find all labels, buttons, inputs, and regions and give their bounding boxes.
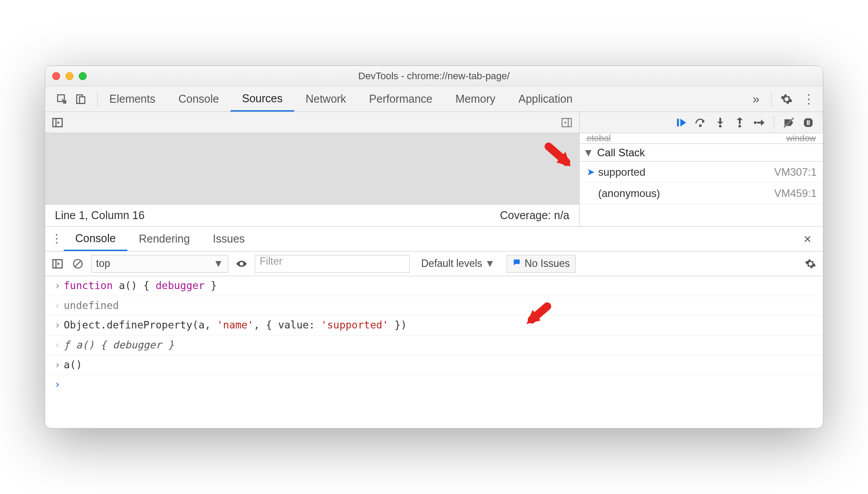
- inspect-element-icon[interactable]: [55, 92, 69, 106]
- svg-rect-11: [719, 118, 721, 122]
- console-code: a(): [64, 357, 82, 373]
- tab-elements[interactable]: Elements: [98, 86, 167, 112]
- current-frame-arrow-icon: ➤: [586, 166, 595, 178]
- console-code: function a() { debugger }: [64, 278, 217, 294]
- deactivate-breakpoints-icon[interactable]: [782, 116, 795, 129]
- source-status-bar: Line 1, Column 16 Coverage: n/a: [45, 204, 579, 226]
- tab-performance-label: Performance: [369, 93, 432, 105]
- drawer-kebab-icon[interactable]: ⋮: [50, 232, 64, 246]
- tab-console[interactable]: Console: [167, 86, 230, 112]
- frame-location: VM307:1: [774, 166, 817, 178]
- drawer-tab-strip: ⋮ Console Rendering Issues ×: [45, 227, 823, 251]
- debugger-sidebar: etobal window ▼ Call Stack ➤ supported V…: [580, 112, 823, 226]
- frame-name: (anonymous): [598, 187, 660, 200]
- console-prompt-row[interactable]: ›: [45, 375, 823, 428]
- console-row: ‹ undefined: [45, 296, 823, 316]
- svg-point-13: [738, 125, 741, 127]
- tab-elements-label: Elements: [109, 93, 155, 105]
- drawer-close-icon[interactable]: ×: [796, 232, 818, 247]
- log-levels-select[interactable]: Default levels ▼: [416, 258, 500, 270]
- tab-application-label: Application: [518, 93, 572, 105]
- input-caret-icon: ›: [51, 357, 64, 373]
- device-toggle-icon[interactable]: [73, 92, 88, 106]
- step-over-icon[interactable]: [694, 116, 707, 129]
- call-stack-header-label: Call Stack: [597, 147, 645, 159]
- drawer-tab-rendering-label: Rendering: [139, 232, 190, 245]
- tab-sources-label: Sources: [242, 92, 283, 105]
- partial-scope-row: etobal window: [580, 133, 823, 144]
- console-filter-input[interactable]: Filter: [255, 255, 410, 273]
- svg-marker-7: [680, 119, 686, 126]
- tab-network[interactable]: Network: [294, 86, 358, 112]
- disclosure-triangle-icon: ▼: [583, 147, 594, 159]
- drawer-tab-console-label: Console: [75, 232, 116, 245]
- console-sidebar-toggle-icon[interactable]: [50, 257, 65, 271]
- issues-label: No Issues: [525, 258, 570, 270]
- return-caret-icon: ‹: [51, 298, 64, 314]
- step-icon[interactable]: [753, 116, 766, 129]
- debugger-toggle-icon[interactable]: [560, 116, 574, 130]
- tab-memory[interactable]: Memory: [444, 86, 507, 112]
- pause-exceptions-icon[interactable]: [802, 116, 815, 129]
- frame-name: supported: [598, 166, 645, 178]
- cursor-position: Line 1, Column 16: [55, 209, 145, 222]
- scope-left-fragment: etobal: [587, 133, 611, 143]
- input-caret-icon: ›: [51, 317, 64, 333]
- svg-rect-14: [739, 120, 741, 124]
- tab-application[interactable]: Application: [507, 86, 584, 112]
- drawer-tab-issues[interactable]: Issues: [201, 227, 256, 251]
- tab-network-label: Network: [306, 93, 346, 105]
- svg-rect-6: [677, 119, 679, 126]
- coverage-status: Coverage: n/a: [500, 209, 569, 222]
- execution-context-value: top: [96, 258, 110, 270]
- console-toolbar: top ▼ Filter Default levels ▼ No Issues: [45, 251, 823, 276]
- svg-marker-12: [717, 122, 723, 124]
- navigator-toggle-icon[interactable]: [50, 116, 65, 130]
- resume-icon[interactable]: [675, 116, 688, 129]
- svg-rect-21: [807, 120, 808, 125]
- issues-button[interactable]: No Issues: [507, 255, 576, 273]
- input-caret-icon: ›: [51, 278, 64, 294]
- call-stack-frame-anonymous[interactable]: (anonymous) VM459:1: [580, 183, 823, 204]
- svg-rect-2: [80, 96, 85, 103]
- main-tab-strip: Elements Console Sources Network Perform…: [45, 86, 823, 112]
- step-into-icon[interactable]: [714, 116, 727, 129]
- svg-point-9: [699, 124, 702, 127]
- clear-console-icon[interactable]: [71, 257, 85, 271]
- step-out-icon[interactable]: [733, 116, 746, 129]
- tab-console-label: Console: [178, 93, 219, 105]
- execution-context-select[interactable]: top ▼: [91, 255, 228, 273]
- filter-placeholder: Filter: [260, 255, 282, 267]
- live-expression-icon[interactable]: [234, 257, 249, 271]
- tab-memory-label: Memory: [455, 93, 495, 105]
- svg-rect-22: [809, 120, 810, 125]
- console-return: undefined: [64, 298, 119, 314]
- drawer-tab-issues-label: Issues: [213, 232, 245, 245]
- call-stack-frame-supported[interactable]: ➤ supported VM307:1: [580, 162, 823, 183]
- chevron-down-icon: ▼: [485, 258, 495, 270]
- settings-gear-icon[interactable]: [780, 92, 794, 106]
- titlebar: DevTools - chrome://new-tab-page/: [45, 66, 823, 86]
- console-settings-gear-icon[interactable]: [803, 257, 818, 271]
- console-row: › function a() { debugger }: [45, 276, 823, 296]
- call-stack-header[interactable]: ▼ Call Stack: [580, 144, 823, 162]
- source-editor-area[interactable]: [45, 133, 579, 204]
- drawer-tab-rendering[interactable]: Rendering: [127, 227, 201, 251]
- console-row: ‹ ƒ a() { debugger }: [45, 336, 823, 355]
- tab-performance[interactable]: Performance: [357, 86, 444, 112]
- more-tabs-icon[interactable]: »: [749, 92, 763, 106]
- drawer-tab-console[interactable]: Console: [64, 227, 127, 251]
- chevron-down-icon: ▼: [213, 258, 223, 270]
- console-code: Object.defineProperty(a, 'name', { value…: [64, 317, 407, 333]
- chat-icon: [512, 258, 521, 270]
- svg-point-10: [719, 125, 722, 127]
- svg-line-25: [75, 261, 81, 266]
- tab-sources[interactable]: Sources: [230, 86, 294, 112]
- devtools-window: DevTools - chrome://new-tab-page/ Elemen…: [45, 66, 823, 428]
- sources-toolbar: [45, 112, 579, 133]
- frame-location: VM459:1: [774, 187, 817, 200]
- console-output: › function a() { debugger } ‹ undefined …: [45, 276, 823, 428]
- window-title: DevTools - chrome://new-tab-page/: [45, 70, 823, 82]
- kebab-menu-icon[interactable]: ⋮: [802, 92, 816, 106]
- prompt-caret-icon: ›: [51, 377, 64, 393]
